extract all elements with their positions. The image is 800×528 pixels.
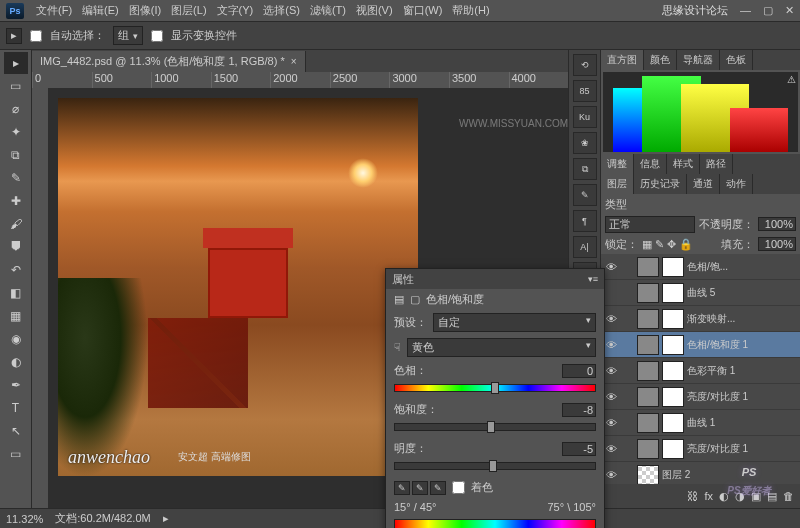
lig-value[interactable]: -5 (562, 442, 596, 456)
tab-close-icon[interactable]: × (291, 56, 297, 67)
mid-icon[interactable]: ✎ (573, 184, 597, 206)
document-tab[interactable]: IMG_4482.psd @ 11.3% (色相/饱和度 1, RGB/8) *… (32, 51, 306, 72)
mid-icon[interactable]: Ku (573, 106, 597, 128)
layer-name[interactable]: 图层 2 (662, 468, 798, 482)
layer-thumb[interactable] (637, 335, 659, 355)
layer-name[interactable]: 色相/饱... (687, 260, 798, 274)
transform-checkbox[interactable] (151, 30, 163, 42)
layer-name[interactable]: 亮度/对比度 1 (687, 442, 798, 456)
hue-slider[interactable] (394, 384, 596, 396)
menu-file[interactable]: 文件(F) (32, 1, 76, 20)
gradient-tool[interactable]: ▦ (4, 305, 28, 327)
layer-row[interactable]: 👁色相/饱和度 1 (601, 332, 800, 358)
autoselect-checkbox[interactable] (30, 30, 42, 42)
opacity-value[interactable]: 100% (758, 217, 796, 231)
crop-tool[interactable]: ⧉ (4, 144, 28, 166)
autoselect-dropdown[interactable]: 组 (113, 26, 143, 45)
close-icon[interactable]: ✕ (785, 4, 794, 17)
mask-thumb[interactable] (662, 283, 684, 303)
layer-thumb[interactable] (637, 439, 659, 459)
layer-mask-icon[interactable]: ◐ (719, 490, 729, 503)
visibility-icon[interactable]: 👁 (603, 363, 619, 379)
dodge-tool[interactable]: ◐ (4, 351, 28, 373)
layer-style-icon[interactable]: fx (704, 490, 713, 502)
minimize-icon[interactable]: — (740, 4, 751, 17)
mid-icon[interactable]: ❀ (573, 132, 597, 154)
stamp-tool[interactable]: ⛊ (4, 236, 28, 258)
layer-name[interactable]: 色相/饱和度 1 (687, 338, 798, 352)
sat-value[interactable]: -8 (562, 403, 596, 417)
layer-thumb[interactable] (637, 465, 659, 485)
tab-channels[interactable]: 通道 (687, 174, 720, 194)
layer-thumb[interactable] (637, 387, 659, 407)
move-tool-icon[interactable]: ▸ (6, 28, 22, 44)
tab-history[interactable]: 历史记录 (634, 174, 687, 194)
trash-icon[interactable]: 🗑 (783, 490, 794, 502)
shape-tool[interactable]: ▭ (4, 443, 28, 465)
tab-paths[interactable]: 路径 (700, 154, 733, 174)
sat-slider[interactable] (394, 423, 596, 435)
eyedrop-icon[interactable]: ✎ (394, 481, 410, 495)
marquee-tool[interactable]: ▭ (4, 75, 28, 97)
layer-thumb[interactable] (637, 283, 659, 303)
visibility-icon[interactable] (603, 285, 619, 301)
layer-row[interactable]: 👁曲线 1 (601, 410, 800, 436)
tab-info[interactable]: 信息 (634, 154, 667, 174)
blur-tool[interactable]: ◉ (4, 328, 28, 350)
fill-value[interactable]: 100% (758, 237, 796, 251)
chevron-right-icon[interactable]: ▸ (163, 512, 169, 525)
tab-color[interactable]: 颜色 (644, 50, 677, 70)
menu-filter[interactable]: 滤镜(T) (306, 1, 350, 20)
adj-layer-icon[interactable]: ◑ (735, 490, 745, 503)
type-tool[interactable]: T (4, 397, 28, 419)
layer-thumb[interactable] (637, 257, 659, 277)
move-tool[interactable]: ▸ (4, 52, 28, 74)
mid-icon[interactable]: ⧉ (573, 158, 597, 180)
history-brush-tool[interactable]: ↶ (4, 259, 28, 281)
layer-name[interactable]: 曲线 1 (687, 416, 798, 430)
heal-tool[interactable]: ✚ (4, 190, 28, 212)
main-menu[interactable]: 文件(F) 编辑(E) 图像(I) 图层(L) 文字(Y) 选择(S) 滤镜(T… (32, 1, 494, 20)
menu-view[interactable]: 视图(V) (352, 1, 397, 20)
mid-icon[interactable]: 85 (573, 80, 597, 102)
new-layer-icon[interactable]: ▤ (767, 490, 777, 503)
visibility-icon[interactable]: 👁 (603, 415, 619, 431)
layer-name[interactable]: 渐变映射... (687, 312, 798, 326)
lig-slider[interactable] (394, 462, 596, 474)
layer-row[interactable]: 👁色彩平衡 1 (601, 358, 800, 384)
eyedrop-tool[interactable]: ✎ (4, 167, 28, 189)
menu-help[interactable]: 帮助(H) (448, 1, 493, 20)
preset-dropdown[interactable]: 自定 (433, 313, 596, 332)
visibility-icon[interactable]: 👁 (603, 337, 619, 353)
layer-row[interactable]: 👁渐变映射... (601, 306, 800, 332)
tab-styles[interactable]: 样式 (667, 154, 700, 174)
menu-image[interactable]: 图像(I) (125, 1, 165, 20)
tab-layers[interactable]: 图层 (601, 174, 634, 194)
brush-tool[interactable]: 🖌 (4, 213, 28, 235)
visibility-icon[interactable]: 👁 (603, 311, 619, 327)
visibility-icon[interactable]: 👁 (603, 259, 619, 275)
layer-thumb[interactable] (637, 413, 659, 433)
properties-header[interactable]: 属性 ▾≡ (386, 269, 604, 289)
tab-adjustments[interactable]: 调整 (601, 154, 634, 174)
warning-icon[interactable]: ⚠ (787, 74, 796, 85)
color-range-bar[interactable] (394, 519, 596, 528)
menu-edit[interactable]: 编辑(E) (78, 1, 123, 20)
mask-thumb[interactable] (662, 413, 684, 433)
layer-name[interactable]: 色彩平衡 1 (687, 364, 798, 378)
maximize-icon[interactable]: ▢ (763, 4, 773, 17)
properties-panel[interactable]: 属性 ▾≡ ▤ ▢ 色相/饱和度 预设： 自定 ☟ 黄色 色相： 0 饱和度： … (385, 268, 605, 528)
mid-icon[interactable]: ¶ (573, 210, 597, 232)
tab-actions[interactable]: 动作 (720, 174, 753, 194)
mid-icon[interactable]: A| (573, 236, 597, 258)
layer-name[interactable]: 亮度/对比度 1 (687, 390, 798, 404)
mask-thumb[interactable] (662, 439, 684, 459)
path-tool[interactable]: ↖ (4, 420, 28, 442)
layer-row[interactable]: 👁色相/饱... (601, 254, 800, 280)
mask-thumb[interactable] (662, 309, 684, 329)
mask-thumb[interactable] (662, 335, 684, 355)
tab-histogram[interactable]: 直方图 (601, 50, 644, 70)
eraser-tool[interactable]: ◧ (4, 282, 28, 304)
wand-tool[interactable]: ✦ (4, 121, 28, 143)
link-layers-icon[interactable]: ⛓ (687, 490, 698, 502)
